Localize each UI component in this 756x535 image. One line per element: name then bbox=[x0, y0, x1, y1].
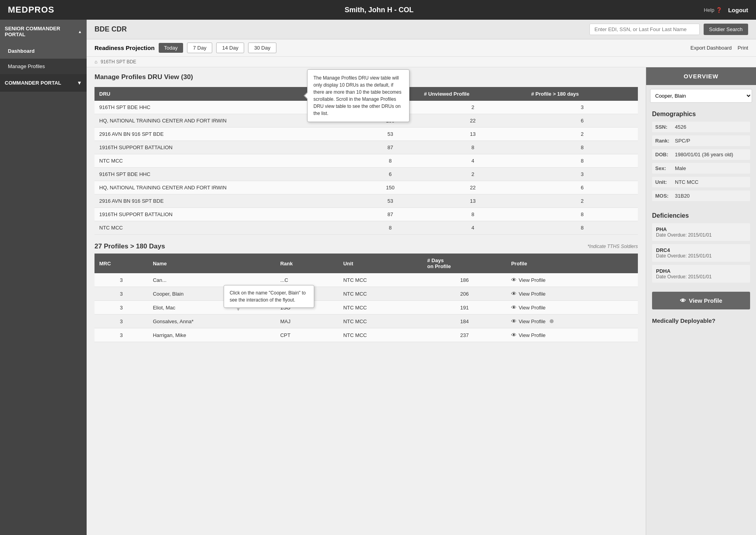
table-row[interactable]: 2916 AVN BN 916 SPT BDE 53 13 2 bbox=[94, 128, 638, 141]
table-row[interactable]: 1916TH SUPPORT BATTALION 87 8 8 bbox=[94, 141, 638, 154]
profile-count: 87 bbox=[361, 208, 419, 221]
dru-table-title: Manage Profiles DRU View (30) bbox=[94, 73, 193, 81]
sidebar: SENIOR COMMANDER PORTAL ▲ Dashboard Mana… bbox=[0, 20, 87, 535]
sidebar-item-manage-profiles[interactable]: Manage Profiles bbox=[0, 59, 87, 74]
table-row[interactable]: 916TH SPT BDE HHC 6 2 3 bbox=[94, 168, 638, 181]
demo-row: Unit:NTC MCC bbox=[652, 177, 750, 187]
logout-button[interactable]: Logout bbox=[728, 7, 748, 13]
demo-value: SPC/P bbox=[675, 138, 690, 144]
left-content: Manage Profiles DRU View (30) The Manage… bbox=[87, 67, 646, 535]
table-row[interactable]: 3 Cooper, BlainClick on the name "Cooper… bbox=[94, 287, 638, 301]
14day-button[interactable]: 14 Day bbox=[216, 43, 244, 53]
deficiency-date: Date Overdue: 2015/01/01 bbox=[656, 232, 746, 238]
demo-label: MOS: bbox=[655, 193, 675, 199]
profile-count: 87 bbox=[361, 141, 419, 154]
view-profile-label: View Profile bbox=[519, 277, 545, 283]
profiles-180-header: 27 Profiles > 180 Days *Indicate TTHS So… bbox=[94, 243, 638, 250]
table-row[interactable]: 1916TH SUPPORT BATTALION 87 8 8 bbox=[94, 208, 638, 221]
col-gt180: # Profile > 180 days bbox=[526, 87, 638, 101]
gt180-count: 6 bbox=[526, 181, 638, 194]
search-input[interactable] bbox=[589, 24, 700, 35]
senior-commander-section[interactable]: SENIOR COMMANDER PORTAL ▲ bbox=[0, 20, 87, 43]
sidebar-item-dashboard[interactable]: Dashboard bbox=[0, 43, 87, 59]
help-icon: ❓ bbox=[716, 7, 722, 13]
soldier-name[interactable]: Can... bbox=[153, 277, 167, 283]
profile-cell[interactable]: 👁 View Profile bbox=[506, 287, 638, 301]
view-profile-link[interactable]: 👁 View Profile bbox=[511, 277, 633, 283]
demo-row: DOB:1980/01/01 (36 years old) bbox=[652, 149, 750, 160]
commander-section-arrow: ▼ bbox=[77, 80, 82, 86]
table-row[interactable]: HQ, NATIONAL TRAINING CENTER AND FORT IR… bbox=[94, 181, 638, 194]
current-user: Smith, John H - COL bbox=[345, 6, 413, 14]
export-dashboard-button[interactable]: Export Dashboard bbox=[690, 45, 732, 51]
name-cell[interactable]: Gonsalves, Anna* bbox=[148, 315, 276, 328]
table-row[interactable]: 3 Eliot, Mac 1SG NTC MCC 191 👁 View Prof… bbox=[94, 301, 638, 315]
print-button[interactable]: Print bbox=[737, 45, 748, 51]
medically-deployable-title: Medically Deployable? bbox=[646, 315, 756, 328]
soldier-name[interactable]: Gonsalves, Anna* bbox=[153, 318, 193, 324]
30day-button[interactable]: 30 Day bbox=[248, 43, 276, 53]
gt180-count: 8 bbox=[526, 208, 638, 221]
header-bar: BDE CDR Soldier Search bbox=[87, 20, 756, 39]
profile-count: 53 bbox=[361, 128, 419, 141]
view-profile-link[interactable]: 👁 View Profile bbox=[511, 318, 633, 324]
table-row[interactable]: 3 Harrigan, Mike CPT NTC MCC 237 👁 View … bbox=[94, 328, 638, 342]
readiness-left: Readiness Projection Today 7 Day 14 Day … bbox=[94, 43, 276, 53]
readiness-bar: Readiness Projection Today 7 Day 14 Day … bbox=[87, 39, 756, 57]
table-row[interactable]: NTC MCC 8 4 8 bbox=[94, 154, 638, 168]
col-rank: Rank bbox=[276, 254, 339, 273]
unviewed-count: 4 bbox=[419, 154, 526, 168]
deficiencies-title: Deficiencies bbox=[652, 212, 750, 219]
soldier-select[interactable]: Cooper, Blain bbox=[650, 89, 752, 103]
view-profile-link[interactable]: 👁 View Profile bbox=[511, 291, 633, 297]
col-mrc: MRC bbox=[94, 254, 148, 273]
unit-cell: NTC MCC bbox=[339, 328, 422, 342]
view-profile-label: View Profile bbox=[519, 318, 545, 324]
unviewed-count: 2 bbox=[419, 168, 526, 181]
table-row[interactable]: 3 Can... ...C NTC MCC 186 👁 View Profile bbox=[94, 273, 638, 287]
soldier-name[interactable]: Cooper, Blain bbox=[153, 291, 183, 297]
unviewed-count: 8 bbox=[419, 208, 526, 221]
name-cell[interactable]: Cooper, BlainClick on the name "Cooper, … bbox=[148, 287, 276, 301]
profile-cell[interactable]: 👁 View Profile bbox=[506, 301, 638, 315]
commander-portal-section[interactable]: COMMANDER PORTAL ▼ bbox=[0, 74, 87, 92]
unviewed-count: 4 bbox=[419, 221, 526, 235]
main-scroll-area: Manage Profiles DRU View (30) The Manage… bbox=[87, 67, 756, 535]
profile-cell[interactable]: 👁 View Profile bbox=[506, 273, 638, 287]
demo-row: Rank:SPC/P bbox=[652, 135, 750, 146]
table-row[interactable]: 3 Gonsalves, Anna* MAJ NTC MCC 184 👁 Vie… bbox=[94, 315, 638, 328]
view-profile-label: View Profile bbox=[519, 305, 545, 311]
content-area: BDE CDR Soldier Search Readiness Project… bbox=[87, 20, 756, 535]
demographics-title: Demographics bbox=[652, 111, 750, 118]
7day-button[interactable]: 7 Day bbox=[187, 43, 212, 53]
soldier-search-button[interactable]: Soldier Search bbox=[704, 24, 748, 35]
top-bar-right: Help ❓ Logout bbox=[704, 7, 748, 13]
view-profile-link[interactable]: 👁 View Profile bbox=[511, 304, 633, 311]
unviewed-count: 2 bbox=[419, 101, 526, 114]
profile-count: 53 bbox=[361, 194, 419, 208]
today-button[interactable]: Today bbox=[159, 43, 183, 53]
soldier-name[interactable]: Harrigan, Mike bbox=[153, 332, 186, 338]
view-profile-link[interactable]: 👁 View Profile bbox=[511, 332, 633, 338]
profiles-180-section: 27 Profiles > 180 Days *Indicate TTHS So… bbox=[94, 243, 638, 342]
rank-cell: MAJ bbox=[276, 315, 339, 328]
dru-name: 1916TH SUPPORT BATTALION bbox=[94, 141, 361, 154]
deficiency-name: PDHA bbox=[656, 268, 746, 274]
view-profile-button[interactable]: 👁 View Profile bbox=[652, 292, 750, 309]
breadcrumb-home-icon: ⌂ bbox=[94, 59, 97, 65]
table-row[interactable]: NTC MCC 8 4 8 bbox=[94, 221, 638, 235]
profile-cell[interactable]: 👁 View Profile bbox=[506, 328, 638, 342]
name-cell[interactable]: Harrigan, Mike bbox=[148, 328, 276, 342]
unviewed-count: 22 bbox=[419, 181, 526, 194]
demo-row: SSN:4526 bbox=[652, 122, 750, 132]
profile-cell[interactable]: 👁 View Profile bbox=[506, 315, 638, 328]
help-link[interactable]: Help ❓ bbox=[704, 7, 722, 13]
demo-value: Male bbox=[675, 165, 686, 171]
table-row[interactable]: 2916 AVN BN 916 SPT BDE 53 13 2 bbox=[94, 194, 638, 208]
gt180-count: 3 bbox=[526, 101, 638, 114]
demo-label: Unit: bbox=[655, 179, 675, 185]
demo-label: Sex: bbox=[655, 165, 675, 171]
dru-name: NTC MCC bbox=[94, 154, 361, 168]
demo-value: 31B20 bbox=[675, 193, 690, 199]
soldier-name[interactable]: Eliot, Mac bbox=[153, 305, 175, 311]
